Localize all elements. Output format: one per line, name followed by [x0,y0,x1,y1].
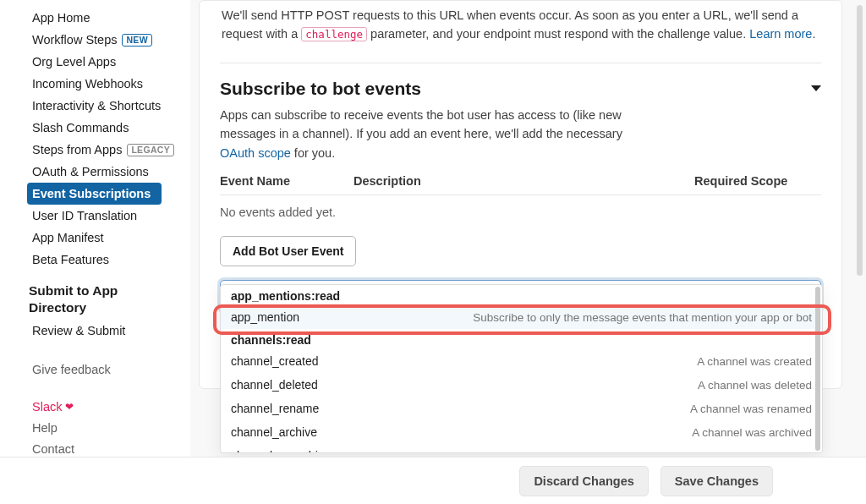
event-name: app_mention [231,310,349,324]
footer-link-label: Contact [32,442,74,456]
learn-more-link[interactable]: Learn more [749,27,812,41]
sidebar: App Home Workflow StepsNEW Org Level App… [0,0,190,504]
sidebar-item-label: App Manifest [32,229,104,247]
slack-label: Slack [32,398,62,416]
sidebar-item-oauth[interactable]: OAuth & Permissions [29,161,190,183]
footer-link-label: Help [32,421,58,435]
event-name: channel_archive [231,425,349,439]
main-content: We'll send HTTP POST requests to this UR… [190,0,866,504]
sidebar-item-label: Event Subscriptions [32,185,151,203]
event-option[interactable]: channel_archiveA channel was archived [221,420,822,444]
settings-panel: We'll send HTTP POST requests to this UR… [199,0,842,389]
sidebar-item-incoming-webhooks[interactable]: Incoming Webhooks [29,73,190,95]
event-desc: A channel was archived [361,426,812,439]
heart-icon: ❤ [65,400,74,414]
empty-state: No events added yet. [220,195,821,236]
sidebar-item-slash-commands[interactable]: Slash Commands [29,117,190,139]
slack-link[interactable]: Slack❤ [29,397,190,419]
subdesc-pre: Apps can subscribe to receive events the… [220,108,622,140]
learn-more-label: Learn more [749,27,812,41]
sidebar-item-label: Steps from Apps [32,141,122,159]
chevron-down-icon [811,85,821,91]
give-feedback-link[interactable]: Give feedback [29,359,190,381]
footer-bar: Discard Changes Save Changes [0,457,866,504]
sidebar-item-label: Slash Commands [32,119,129,137]
sidebar-item-label: Incoming Webhooks [32,75,143,93]
sidebar-item-org-level-apps[interactable]: Org Level Apps [29,51,190,73]
section-title: Subscribe to bot events [220,79,421,99]
sidebar-item-steps-from-apps[interactable]: Steps from AppsLEGACY [29,139,190,161]
event-option-app-mention[interactable]: app_mention Subscribe to only the messag… [221,305,822,329]
sidebar-item-label: OAuth & Permissions [32,163,149,181]
badge-new: NEW [122,34,151,47]
add-button-label: Add Bot User Event [233,244,343,258]
event-option[interactable]: channel_renameA channel was renamed [221,397,822,420]
sidebar-item-event-subscriptions[interactable]: Event Subscriptions [27,183,162,205]
badge-legacy: LEGACY [127,144,174,156]
section-header-row[interactable]: Subscribe to bot events [220,79,821,99]
event-name: channel_rename [231,402,349,415]
sidebar-item-label: Interactivity & Shortcuts [32,97,161,115]
event-desc: A channel was renamed [361,403,812,415]
sidebar-item-label: App Home [32,9,90,27]
request-url-description: We'll send HTTP POST requests to this UR… [220,1,821,44]
sidebar-item-user-id-translation[interactable]: User ID Translation [29,205,190,227]
col-description: Description [354,174,694,188]
challenge-code: challenge [301,27,367,41]
event-name: channel_created [231,354,349,368]
divider [220,63,821,63]
event-name: channel_unarchive [231,449,349,453]
event-option[interactable]: channel_unarchiveA channel was unarchive… [221,444,822,453]
sidebar-item-label: User ID Translation [32,207,137,225]
section-description: Apps can subscribe to receive events the… [220,106,660,162]
col-required-scope: Required Scope [694,174,821,188]
intro-text-2: parameter, and your endpoint must respon… [367,27,749,41]
save-label: Save Changes [675,474,759,488]
event-option[interactable]: channel_createdA channel was created [221,349,822,373]
sidebar-item-label: Workflow Steps [32,31,117,49]
event-desc: A channel was deleted [361,379,812,392]
events-table-header: Event Name Description Required Scope [220,162,821,195]
sidebar-item-workflow-steps[interactable]: Workflow StepsNEW [29,29,190,51]
save-changes-button[interactable]: Save Changes [660,466,773,496]
subdesc-post: for you. [291,146,335,160]
discard-changes-button[interactable]: Discard Changes [519,466,648,496]
scope-group-label: channels:read [221,329,822,349]
sidebar-item-beta-features[interactable]: Beta Features [29,249,190,271]
oauth-scope-label: OAuth scope [220,146,291,160]
scope-group-label: app_mentions:read [221,285,822,305]
sidebar-item-label: Org Level Apps [32,53,116,71]
discard-label: Discard Changes [534,474,633,488]
feedback-label: Give feedback [32,361,111,379]
footer-link-help[interactable]: Help [29,419,190,439]
event-name: channel_deleted [231,378,349,392]
add-bot-user-event-button[interactable]: Add Bot User Event [220,236,356,266]
sidebar-item-interactivity[interactable]: Interactivity & Shortcuts [29,95,190,117]
dropdown-scrollbar[interactable] [815,287,820,451]
col-event-name: Event Name [220,174,354,188]
event-option[interactable]: channel_deletedA channel was deleted [221,373,822,397]
event-desc: A channel was created [361,355,812,368]
sidebar-item-label: Review & Submit [32,322,125,340]
oauth-scope-link[interactable]: OAuth scope [220,146,291,160]
event-dropdown: app_mentions:read app_mention Subscribe … [220,284,823,453]
sidebar-item-review-submit[interactable]: Review & Submit [29,320,190,342]
page-scrollbar[interactable] [857,5,863,276]
submit-heading: Submit to App Directory [29,282,165,315]
sidebar-item-app-manifest[interactable]: App Manifest [29,227,190,249]
sidebar-item-label: Beta Features [32,251,109,269]
event-desc: Subscribe to only the message events tha… [361,311,812,324]
event-desc: A channel was unarchived [361,450,812,454]
sidebar-item-app-home[interactable]: App Home [29,7,190,29]
